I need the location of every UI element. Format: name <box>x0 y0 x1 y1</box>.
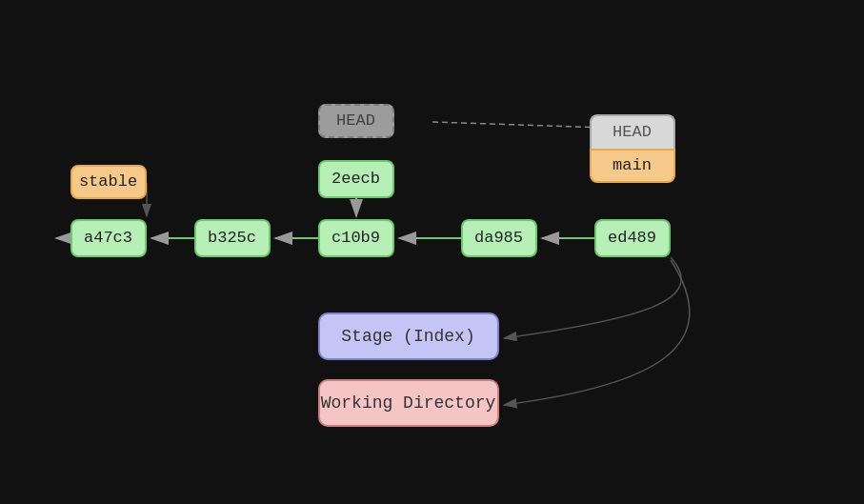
commit-a47c3: a47c3 <box>70 219 147 257</box>
commit-da985: da985 <box>461 219 537 257</box>
git-diagram: a47c3 b325c c10b9 da985 ed489 2eecb stab… <box>23 24 842 481</box>
stage-index-box: Stage (Index) <box>318 312 499 360</box>
commit-2eecb: 2eecb <box>318 160 394 198</box>
label-head-text: HEAD <box>590 114 675 149</box>
label-head-ghost: HEAD <box>318 104 394 138</box>
commit-c10b9: c10b9 <box>318 219 394 257</box>
commit-b325c: b325c <box>194 219 271 257</box>
label-main-text: main <box>590 149 675 183</box>
label-head-main: HEAD main <box>590 114 675 183</box>
commit-ed489: ed489 <box>594 219 671 257</box>
working-directory-box: Working Directory <box>318 379 499 427</box>
label-stable: stable <box>70 165 147 199</box>
